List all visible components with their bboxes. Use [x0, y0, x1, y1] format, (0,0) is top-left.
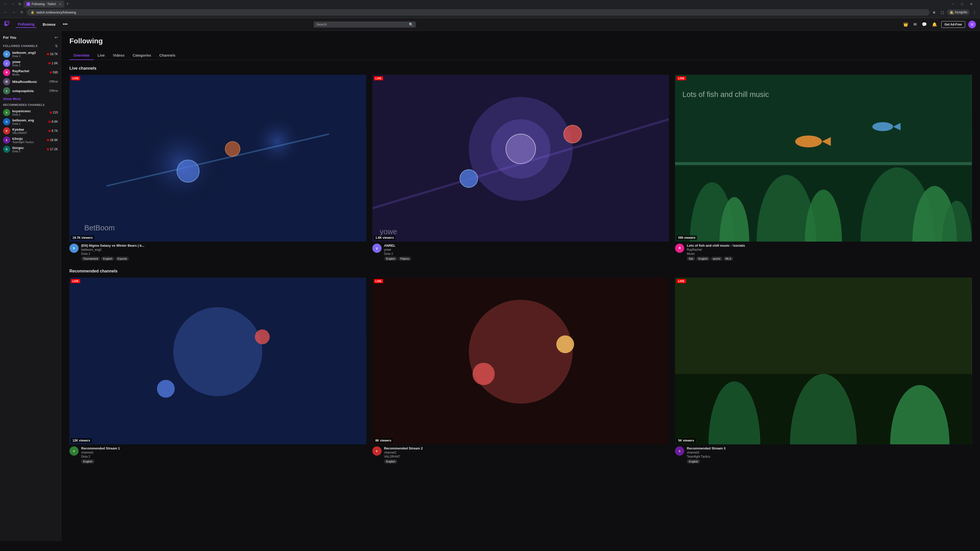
- tag[interactable]: sports: [711, 257, 722, 261]
- live-channel-card-betboom[interactable]: BetBoom LIVE 19.7K viewers b (EN) Nigma …: [69, 75, 366, 261]
- live-indicator: [48, 62, 51, 64]
- close-window-button[interactable]: ✕: [968, 0, 975, 8]
- sort-icon[interactable]: ⇅: [55, 44, 58, 48]
- browser-menu-button[interactable]: ⋮: [971, 9, 978, 16]
- nav-browse[interactable]: Browse: [41, 21, 58, 27]
- followed-channel-rayrachel[interactable]: R RayRachel Music 595: [0, 68, 61, 77]
- channel-viewers: 18.9K: [47, 138, 58, 142]
- search-icon: 🔍: [409, 22, 413, 27]
- inbox-button[interactable]: ✉: [912, 21, 918, 28]
- stream-tags: English Filipino: [384, 257, 669, 261]
- followed-channel-betboom-eng2[interactable]: b betboom_eng2 Dota 2 19.7K: [0, 49, 61, 59]
- recommended-channel-kuyanicwxc[interactable]: k kuyanicwxc Dota 2 215: [0, 108, 61, 117]
- channel-viewers: 215: [50, 111, 58, 114]
- tag[interactable]: English: [384, 257, 397, 261]
- bookmark-star-button[interactable]: ★: [931, 9, 938, 16]
- tag[interactable]: fish: [687, 257, 695, 261]
- search-container: 🔍: [313, 21, 416, 27]
- viewer-count: 1.6K viewers: [374, 235, 396, 240]
- user-avatar[interactable]: U: [968, 21, 976, 28]
- channel-info: betboom_eng2 Dota 2: [12, 51, 45, 58]
- tag[interactable]: MLS: [724, 257, 733, 261]
- nav-forward-button[interactable]: →: [9, 0, 16, 8]
- recommended-channel-card-2[interactable]: LIVE 8K viewers c Recommended Stream 2 c…: [372, 278, 669, 464]
- tag[interactable]: English: [687, 459, 700, 464]
- recommended-channel-gorgec[interactable]: G Gorgec Dota 2 17.2K: [0, 144, 61, 154]
- get-adfree-button[interactable]: Get Ad-Free: [941, 21, 965, 28]
- live-channel-card-rayrachel[interactable]: Lots of fish and chill music LIVE 595 vi…: [675, 75, 972, 261]
- tab-search-button[interactable]: ◻: [939, 9, 946, 16]
- channel-avatar: b: [3, 118, 10, 125]
- tab-categories[interactable]: Categories: [129, 51, 155, 60]
- url-text: twitch.tv/directory/following: [37, 11, 76, 14]
- nav-actions: 👑 ✉ 💬 🔔 Get Ad-Free U: [902, 21, 976, 28]
- tag[interactable]: English: [696, 257, 710, 261]
- tab-bar: ← → ↻ t Following - Twitch × + − □ ✕: [0, 0, 980, 8]
- tag[interactable]: English: [81, 459, 94, 464]
- viewer-count: 595 viewers: [676, 235, 697, 240]
- tab-channels[interactable]: Channels: [155, 51, 180, 60]
- channel-name: MikaRoseMusic: [12, 80, 47, 84]
- nav-forward-btn2[interactable]: →: [10, 9, 18, 16]
- card-thumbnail: LIVE 8K viewers: [372, 278, 669, 445]
- nav-following[interactable]: Following: [16, 21, 37, 28]
- svg-point-35: [469, 300, 573, 403]
- new-tab-button[interactable]: +: [64, 0, 71, 8]
- streamer-avatar: c: [675, 446, 684, 456]
- tag[interactable]: Filipino: [398, 257, 411, 261]
- recommended-channel-k3soju[interactable]: k k3soju Teamfight Tactics 18.9K: [0, 135, 61, 144]
- recommended-channel-kyedae[interactable]: K Kyedae VALORANT 8.7K: [0, 126, 61, 135]
- tag[interactable]: English: [101, 257, 115, 261]
- prime-button[interactable]: 👑: [902, 21, 909, 28]
- tab-favicon: t: [27, 2, 30, 6]
- sidebar-collapse-icon[interactable]: ↩: [55, 35, 58, 40]
- tab-live[interactable]: Live: [94, 51, 109, 60]
- whispers-button[interactable]: 💬: [921, 21, 928, 28]
- tab-close-button[interactable]: ×: [59, 2, 61, 6]
- svg-text:Lots of fish and chill music: Lots of fish and chill music: [682, 90, 769, 98]
- card-thumbnail: LIVE 12K viewers: [69, 278, 366, 445]
- nav-more-button[interactable]: •••: [62, 21, 68, 28]
- tab-videos[interactable]: Videos: [109, 51, 129, 60]
- stream-title: Recommended Stream 2: [384, 446, 669, 450]
- tag[interactable]: Tournament: [81, 257, 100, 261]
- active-tab[interactable]: t Following - Twitch ×: [24, 0, 64, 8]
- nav-back-btn2[interactable]: ←: [2, 9, 9, 16]
- nav-refresh-button[interactable]: ↻: [16, 0, 24, 8]
- recommended-channels-section-title: Recommended channels: [69, 269, 972, 273]
- channel-info: Kyedae VALORANT: [12, 127, 46, 135]
- address-bar[interactable]: 🔒 twitch.tv/directory/following: [27, 9, 929, 16]
- recommended-channels-grid: LIVE 12K viewers c Recommended Stream 1 …: [69, 278, 972, 464]
- svg-point-4: [177, 160, 199, 182]
- card-details: Recommended Stream 2 channel2 VALORANT E…: [384, 446, 669, 464]
- card-info: R Lots of fish and chill music - !social…: [675, 244, 972, 261]
- followed-channel-yowe[interactable]: y yowe Dota 2 1.6K: [0, 59, 61, 68]
- twitch-logo[interactable]: [4, 21, 10, 28]
- tag[interactable]: Esports: [115, 257, 129, 261]
- search-input[interactable]: [316, 22, 409, 26]
- nav-back-button[interactable]: ←: [2, 0, 9, 8]
- recommended-channel-card-1[interactable]: LIVE 12K viewers c Recommended Stream 1 …: [69, 278, 366, 464]
- recommended-channel-betboom-eng[interactable]: b betboom_eng Dota 2 8.9K: [0, 117, 61, 126]
- tab-overview[interactable]: Overview: [69, 51, 94, 60]
- notifications-button[interactable]: 🔔: [931, 21, 938, 28]
- for-you-title: For You: [3, 35, 16, 40]
- svg-point-27: [872, 122, 893, 131]
- content-tabs: Overview Live Videos Categories Channels: [69, 51, 972, 60]
- show-more-button[interactable]: Show More: [0, 95, 61, 102]
- followed-channel-solapsapdota[interactable]: s solapsapdota Offline: [0, 86, 61, 95]
- recommended-channel-card-3[interactable]: LIVE 5K viewers c Recommended Stream 3 c…: [675, 278, 972, 464]
- minimize-button[interactable]: −: [950, 0, 956, 8]
- live-channel-card-yowe[interactable]: yowe LIVE 1.6K viewers y ANREL yowe Dota…: [372, 75, 669, 261]
- tag[interactable]: English: [384, 459, 397, 464]
- maximize-button[interactable]: □: [959, 0, 966, 8]
- live-channels-section-title: Live channels: [69, 66, 972, 71]
- nav-reload-btn[interactable]: ↻: [18, 9, 25, 16]
- channel-avatar: R: [3, 69, 10, 76]
- channel-avatar: b: [3, 51, 10, 58]
- offline-status: Offline: [49, 80, 58, 83]
- for-you-header: For You ↩: [0, 34, 61, 43]
- channel-info: betboom_eng Dota 2: [12, 118, 46, 125]
- followed-channel-mikarosemusic[interactable]: M MikaRoseMusic Offline: [0, 77, 61, 86]
- sidebar: For You ↩ FOLLOWED CHANNELS ⇅ b betboom_…: [0, 31, 61, 541]
